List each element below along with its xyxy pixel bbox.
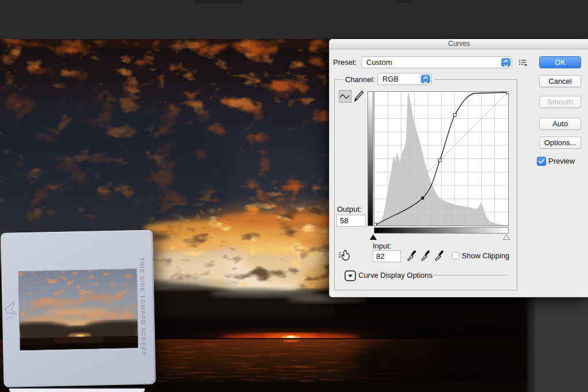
svg-text:STC: STC xyxy=(5,315,14,321)
